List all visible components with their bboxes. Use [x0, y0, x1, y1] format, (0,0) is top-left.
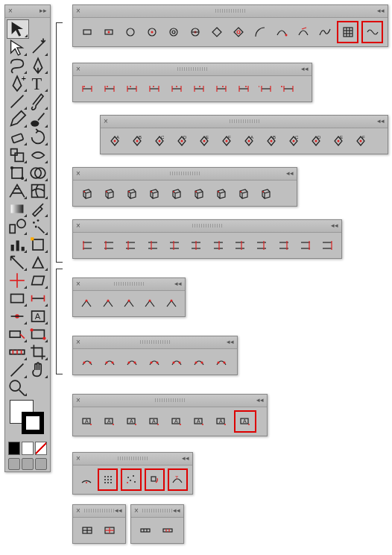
point-circle-icon[interactable] — [142, 22, 161, 42]
circle-r-icon[interactable]: A — [239, 131, 259, 151]
dot-icon[interactable]: E — [329, 131, 348, 151]
phi-icon[interactable] — [274, 236, 293, 255]
curve-icon[interactable] — [272, 22, 291, 42]
balloon-icon[interactable]: A — [167, 412, 186, 431]
close-icon[interactable]: × — [76, 454, 80, 462]
bars-icon[interactable] — [143, 236, 162, 255]
dim-lines-icon[interactable] — [167, 79, 186, 98]
collapse-icon[interactable]: ◂◂ — [377, 7, 385, 14]
crosshair-a-icon[interactable]: A — [145, 412, 164, 431]
close-icon[interactable]: × — [134, 507, 139, 515]
cylinder-icon[interactable] — [145, 184, 164, 203]
cone-icon[interactable] — [189, 184, 209, 203]
paintbrush-tool[interactable] — [28, 92, 48, 110]
screen-mode-normal[interactable] — [8, 458, 20, 470]
toolbox-header[interactable]: × ▸▸ — [5, 5, 50, 18]
dim-hbox-icon[interactable] — [234, 79, 253, 98]
close-icon[interactable]: × — [8, 7, 13, 15]
lasso-tool[interactable] — [7, 57, 28, 75]
crop-tool[interactable] — [28, 343, 48, 361]
close-icon[interactable]: × — [76, 507, 80, 515]
collapse-icon[interactable]: ◂◂ — [173, 507, 180, 514]
shear-icon[interactable] — [120, 294, 138, 313]
frame-tool[interactable] — [28, 325, 48, 343]
column-graph-tool[interactable] — [7, 236, 28, 254]
anchor-tool[interactable] — [7, 307, 28, 325]
panel-header[interactable]: ×◂◂ — [73, 336, 237, 349]
collapse-icon[interactable]: ◂◂ — [227, 338, 234, 345]
table-edit-icon[interactable] — [100, 521, 119, 540]
collapse-icon[interactable]: ◂◂ — [286, 169, 294, 177]
screen-mode-preview[interactable] — [35, 458, 47, 470]
measure-tool[interactable] — [7, 343, 28, 361]
align-curve-icon[interactable] — [162, 294, 180, 313]
close-icon[interactable]: × — [76, 396, 80, 404]
ruler-icon[interactable] — [209, 236, 227, 255]
gradient-tool[interactable] — [7, 200, 28, 218]
dim-x-icon[interactable] — [100, 79, 119, 98]
slice-tool[interactable] — [7, 254, 28, 272]
width-tool[interactable] — [28, 146, 48, 164]
rectangle-icon[interactable] — [78, 22, 96, 42]
dim-diag-icon[interactable] — [279, 79, 298, 98]
pencil-tool[interactable] — [7, 110, 28, 128]
rectangle-shape-tool[interactable] — [7, 289, 28, 307]
label-tool[interactable] — [7, 325, 28, 343]
panel-header[interactable]: ×◂◂ — [131, 505, 183, 518]
grid-icon[interactable] — [337, 21, 358, 43]
collapse-icon[interactable]: ◂◂ — [331, 222, 338, 229]
extrude-icon[interactable] — [122, 184, 142, 203]
path-icon[interactable]: C — [284, 131, 303, 151]
collapse-icon[interactable]: ◂◂ — [301, 65, 309, 72]
dim-angle-icon[interactable] — [256, 79, 276, 98]
free-transform-tool[interactable] — [7, 164, 28, 182]
mesh-tool[interactable] — [28, 182, 48, 200]
parallel-icon[interactable] — [78, 236, 96, 255]
magic-wand-tool[interactable] — [28, 39, 48, 57]
swatch-none[interactable] — [35, 442, 47, 455]
bend-icon[interactable] — [145, 352, 164, 371]
rotate-copy-icon[interactable] — [145, 468, 165, 491]
dot-grid-icon[interactable] — [98, 468, 118, 491]
diamond-s-icon[interactable]: B — [127, 131, 147, 151]
diamond-icon[interactable] — [207, 22, 226, 42]
panel-header[interactable]: ×◂◂ — [73, 63, 312, 76]
collapse-icon[interactable]: ◂◂ — [115, 507, 122, 514]
close-icon[interactable]: × — [76, 169, 80, 178]
skew-icon[interactable] — [98, 294, 116, 313]
degree-icon[interactable] — [253, 236, 271, 255]
line-3d-icon[interactable] — [212, 184, 231, 203]
curve-edit-icon[interactable] — [141, 294, 159, 313]
close-icon[interactable]: × — [76, 222, 80, 230]
prism-icon[interactable] — [234, 184, 253, 203]
angle-tool-icon[interactable] — [165, 236, 183, 255]
close-icon[interactable]: × — [76, 65, 80, 73]
wave-icon[interactable] — [361, 21, 383, 43]
diamond-c-icon[interactable]: C — [150, 131, 169, 151]
knife-tool[interactable] — [7, 361, 28, 379]
smooth-icon[interactable] — [122, 352, 142, 371]
perspective-tool[interactable] — [28, 254, 48, 272]
direct-selection-tool[interactable] — [7, 39, 28, 57]
edge-icon[interactable] — [100, 352, 119, 371]
selection-tool[interactable] — [7, 19, 29, 39]
dimension-tool[interactable] — [28, 289, 48, 307]
collapse-icon[interactable]: ◂◂ — [182, 454, 189, 462]
diamond-ring-icon[interactable] — [229, 22, 247, 42]
scatter-icon[interactable] — [121, 468, 141, 491]
crosshair-tool[interactable] — [7, 272, 28, 289]
diamond-n-icon[interactable]: A — [105, 131, 124, 151]
tag-icon[interactable]: A — [122, 412, 142, 431]
artboard-tool[interactable] — [28, 236, 48, 254]
arc-a-icon[interactable]: D — [172, 131, 192, 151]
close-icon[interactable]: × — [104, 117, 108, 125]
slash-icon[interactable] — [296, 236, 314, 255]
pen-tool[interactable] — [28, 57, 48, 75]
hatch-icon[interactable] — [99, 236, 118, 255]
add-anchor-tool[interactable]: + — [7, 75, 28, 92]
target-icon[interactable]: F — [351, 131, 370, 151]
panel-header[interactable]: ×◂◂ — [101, 116, 388, 128]
scale-tool[interactable] — [7, 146, 28, 164]
detail-icon[interactable]: A — [212, 412, 231, 431]
panel-header[interactable]: ×◂◂ — [73, 505, 125, 518]
